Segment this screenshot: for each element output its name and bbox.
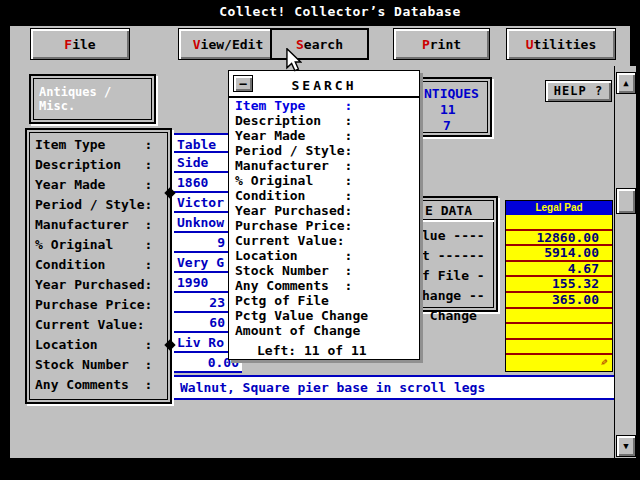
menu-item-any-comments[interactable]: Any Comments : — [229, 278, 419, 293]
legal-pad-row — [506, 324, 612, 340]
counter-line-1: NTIQUES — [408, 86, 490, 102]
manufacturer-field[interactable]: Unknow — [172, 213, 228, 233]
file-data-panel: E DATA lue ---- t ------ f File - hange … — [410, 196, 498, 312]
screen: Collect! Collector’s Database File View/… — [0, 0, 640, 480]
view-edit-button[interactable]: View/Edit — [178, 28, 278, 60]
print-button-label: Print — [422, 37, 461, 52]
utilities-button-label: Utilities — [526, 37, 596, 52]
menu-item-pct-original[interactable]: % Original : — [229, 173, 419, 188]
print-button[interactable]: Print — [393, 28, 490, 60]
field-label: Period / Style: — [35, 195, 170, 215]
menu-item-item-type[interactable]: Item Type : — [229, 98, 419, 113]
category-box: Antiques / Misc. — [29, 74, 156, 124]
legal-pad-row: 155.32 — [506, 277, 612, 293]
menu-item-pctg-value-change[interactable]: Pctg Value Change — [229, 308, 419, 323]
field-label: Purchase Price: — [35, 295, 170, 315]
menu-item-year-purchased[interactable]: Year Purchased: — [229, 203, 419, 218]
period-style-field[interactable]: Victor — [172, 193, 228, 213]
search-menu-title: SEARCH — [229, 71, 419, 93]
search-menu-status: Left: 11 of 11 — [229, 343, 419, 358]
legal-pad-row — [506, 309, 612, 325]
counter-line-2: 11 — [408, 102, 490, 118]
cursor-arrow-icon — [286, 48, 302, 76]
legal-pad-row — [506, 215, 612, 231]
legal-pad-row: 365.00 — [506, 293, 612, 309]
field-label: Location : — [35, 335, 170, 355]
search-button-label: Search — [296, 37, 343, 52]
minimize-button[interactable]: – — [233, 75, 253, 92]
current-value-field[interactable]: 60 — [172, 313, 228, 333]
item-type-field[interactable]: Table — [172, 133, 228, 153]
field-label: % Original : — [35, 235, 170, 255]
field-label: Stock Number : — [35, 355, 170, 375]
menu-item-year-made[interactable]: Year Made : — [229, 128, 419, 143]
help-button-label: HELP ? — [554, 84, 603, 98]
field-label: Description : — [35, 155, 170, 175]
description-field[interactable]: Side — [172, 153, 228, 173]
field-label: Year Purchased: — [35, 275, 170, 295]
search-menu-titlebar: – SEARCH — [229, 71, 419, 98]
view-edit-button-label: View/Edit — [193, 37, 263, 52]
category-label: Antiques / Misc. — [39, 85, 154, 113]
field-label: Condition : — [35, 255, 170, 275]
scrollbar-track[interactable]: ▲ ▼ — [614, 66, 636, 458]
file-data-line: f File - — [422, 266, 496, 286]
field-label: Manufacturer : — [35, 215, 170, 235]
counter-line-3: 7 — [408, 118, 490, 134]
field-label: Current Value: — [35, 315, 170, 335]
location-field[interactable]: Liv Ro — [172, 333, 228, 353]
file-data-line: hange -- — [422, 286, 496, 306]
menu-item-current-value[interactable]: Current Value: — [229, 233, 419, 248]
file-data-line: t ------ — [422, 246, 496, 266]
any-comments-field[interactable]: Walnut, Square pier base in scroll legs — [172, 375, 617, 400]
year-made-field[interactable]: 1860 — [172, 173, 228, 193]
help-button[interactable]: HELP ? — [545, 80, 612, 102]
scroll-up-icon[interactable]: ▲ — [616, 72, 636, 94]
field-label: Year Made : — [35, 175, 170, 195]
scrollbar-thumb[interactable] — [616, 188, 636, 214]
pencil-icon: ✎ — [601, 356, 608, 369]
field-label: Item Type : — [35, 135, 170, 155]
legal-pad-title: Legal Pad — [506, 201, 612, 215]
menu-item-period-style[interactable]: Period / Style: — [229, 143, 419, 158]
menu-item-manufacturer[interactable]: Manufacturer : — [229, 158, 419, 173]
file-button-label: File — [64, 37, 95, 52]
menu-item-amount-of-change[interactable]: Amount of Change — [229, 323, 419, 338]
scroll-down-icon[interactable]: ▼ — [616, 435, 636, 457]
utilities-button[interactable]: Utilities — [506, 28, 616, 60]
legal-pad-row: 5914.00 — [506, 246, 612, 262]
purchase-price-field[interactable]: 23 — [172, 293, 228, 313]
file-data-line: Change — [422, 306, 496, 326]
legal-pad-row: 4.67 — [506, 262, 612, 278]
menu-item-condition[interactable]: Condition : — [229, 188, 419, 203]
pct-original-field[interactable]: 9 — [172, 233, 228, 253]
year-purchased-field[interactable]: 1990 — [172, 273, 228, 293]
menu-item-location[interactable]: Location : — [229, 248, 419, 263]
menu-item-stock-number[interactable]: Stock Number : — [229, 263, 419, 278]
menu-item-pctg-of-file[interactable]: Pctg of File — [229, 293, 419, 308]
legal-pad-row — [506, 340, 612, 356]
field-label: Any Comments : — [35, 375, 170, 395]
field-labels-panel: Item Type : Description : Year Made : Pe… — [25, 128, 172, 404]
legal-pad-row — [506, 355, 612, 371]
menu-item-purchase-price[interactable]: Purchase Price: — [229, 218, 419, 233]
file-data-line: lue ---- — [422, 226, 496, 246]
search-menu: – SEARCH Item Type : Description : Year … — [228, 70, 420, 360]
legal-pad-row: 12860.00 — [506, 231, 612, 247]
file-button[interactable]: File — [30, 28, 130, 60]
menu-item-description[interactable]: Description : — [229, 113, 419, 128]
app-title: Collect! Collector’s Database — [40, 4, 640, 19]
legal-pad: Legal Pad 12860.00 5914.00 4.67 155.32 3… — [505, 200, 613, 372]
condition-field[interactable]: Very G — [172, 253, 228, 273]
search-button[interactable]: Search — [270, 28, 369, 60]
file-data-header: E DATA — [414, 200, 494, 220]
